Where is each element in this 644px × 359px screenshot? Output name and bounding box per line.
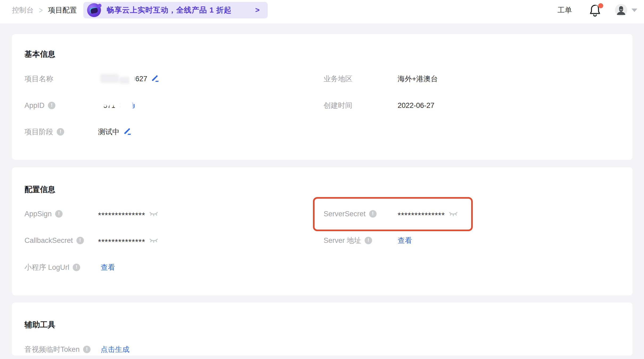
server-secret-masked-text: ************** <box>398 211 445 220</box>
appsign-value: ************** <box>98 208 158 220</box>
business-region-label: 业务地区 <box>324 73 352 85</box>
section-title-basic-info: 基本信息 <box>25 49 55 60</box>
promo-banner[interactable]: 畅享云上实时互动，全线产品 1 折起 > <box>83 2 268 18</box>
basic-info-card: 基本信息 项目名称 0627 业务地区 海外+港澳台 AppID <box>12 34 633 160</box>
redaction-blur <box>102 99 119 106</box>
info-icon[interactable] <box>83 346 91 353</box>
business-region-value-text: 海外+港澳台 <box>398 74 438 84</box>
server-address-view-link[interactable]: 查看 <box>398 236 412 245</box>
breadcrumb-item-console[interactable]: 控制台 <box>12 5 34 15</box>
created-at-label: 创建时间 <box>324 99 352 112</box>
server-secret-label-text: ServerSecret <box>324 210 366 218</box>
project-name-label: 项目名称 <box>25 73 53 85</box>
appid-redacted-value: 571 3 <box>103 101 123 110</box>
project-stage-label-text: 项目阶段 <box>25 127 53 137</box>
av-token-value: 点击生成 <box>101 343 129 356</box>
created-at-value: 2022-06-27 <box>398 99 434 112</box>
appid-label: AppID <box>25 99 55 112</box>
project-name-redacted-value: 0627 <box>98 73 147 85</box>
breadcrumb-item-current: 项目配置 <box>48 5 77 15</box>
miniprogram-logurl-value: 查看 <box>101 261 115 274</box>
project-stage-value-text: 测试中 <box>98 127 120 137</box>
created-at-value-text: 2022-06-27 <box>398 101 434 110</box>
callback-secret-masked-text: ************** <box>98 237 145 246</box>
ticket-link[interactable]: 工单 <box>557 5 572 15</box>
server-address-label: Server 地址 <box>324 234 372 247</box>
callback-secret-value: ************** <box>98 234 158 247</box>
appsign-masked-text: ************** <box>98 211 145 220</box>
caret-down-icon[interactable] <box>631 9 637 12</box>
appsign-label: AppSign <box>25 208 63 220</box>
info-icon[interactable] <box>369 210 377 218</box>
redaction-blur <box>129 73 135 84</box>
edit-pencil-icon[interactable] <box>151 75 159 83</box>
bell-icon[interactable] <box>589 4 601 17</box>
eye-closed-icon[interactable] <box>449 211 458 217</box>
section-title-tools: 辅助工具 <box>25 320 55 330</box>
avatar[interactable] <box>615 4 627 16</box>
business-region-value: 海外+港澳台 <box>398 73 438 85</box>
server-address-label-text: Server 地址 <box>324 236 361 245</box>
info-icon[interactable] <box>365 237 372 244</box>
project-name-label-text: 项目名称 <box>25 74 53 84</box>
server-secret-value: ************** <box>398 208 458 220</box>
config-info-card: 配置信息 AppSign ************** ServerSecret… <box>12 167 633 295</box>
project-name-value: 0627 <box>98 73 159 85</box>
server-address-value: 查看 <box>398 234 412 247</box>
av-token-label: 音视频临时Token <box>25 343 91 356</box>
av-token-label-text: 音视频临时Token <box>25 345 80 354</box>
callback-secret-label: CallbackSecret <box>25 234 84 247</box>
banner-arrow-icon[interactable]: > <box>255 6 259 14</box>
banner-mascot-icon <box>87 3 101 17</box>
info-icon[interactable] <box>76 237 84 244</box>
breadcrumb-chevron-icon: > <box>39 5 43 15</box>
redaction-blur <box>119 100 133 113</box>
server-secret-label: ServerSecret <box>324 208 377 220</box>
info-icon[interactable] <box>55 210 63 218</box>
eye-closed-icon[interactable] <box>149 211 158 217</box>
appid-value: 571 3 <box>98 99 135 112</box>
eye-closed-icon[interactable] <box>149 238 158 243</box>
business-region-label-text: 业务地区 <box>324 74 352 84</box>
miniprogram-logurl-label-text: 小程序 LogUrl <box>25 263 69 272</box>
tools-card: 辅助工具 音视频临时Token 点击生成 <box>12 303 633 356</box>
miniprogram-logurl-view-link[interactable]: 查看 <box>101 263 115 272</box>
notification-dot <box>598 3 603 8</box>
banner-text: 畅享云上实时互动，全线产品 1 折起 <box>107 5 232 15</box>
section-title-config-info: 配置信息 <box>25 184 55 195</box>
av-token-generate-link[interactable]: 点击生成 <box>101 345 129 354</box>
topbar-right: 工单 <box>557 4 637 17</box>
callback-secret-label-text: CallbackSecret <box>25 236 73 245</box>
project-stage-label: 项目阶段 <box>25 126 64 138</box>
breadcrumb: 控制台 > 项目配置 <box>12 5 77 15</box>
miniprogram-logurl-label: 小程序 LogUrl <box>25 261 80 274</box>
appid-label-text: AppID <box>25 101 44 110</box>
topbar: 控制台 > 项目配置 畅享云上实时互动，全线产品 1 折起 > 工单 <box>0 0 644 23</box>
redaction-blur <box>98 73 131 85</box>
appsign-label-text: AppSign <box>25 210 52 218</box>
created-at-label-text: 创建时间 <box>324 101 352 110</box>
info-icon[interactable] <box>73 264 80 271</box>
project-stage-value: 测试中 <box>98 126 132 138</box>
info-icon[interactable] <box>48 102 55 109</box>
edit-pencil-icon[interactable] <box>124 128 132 136</box>
info-icon[interactable] <box>57 128 64 136</box>
